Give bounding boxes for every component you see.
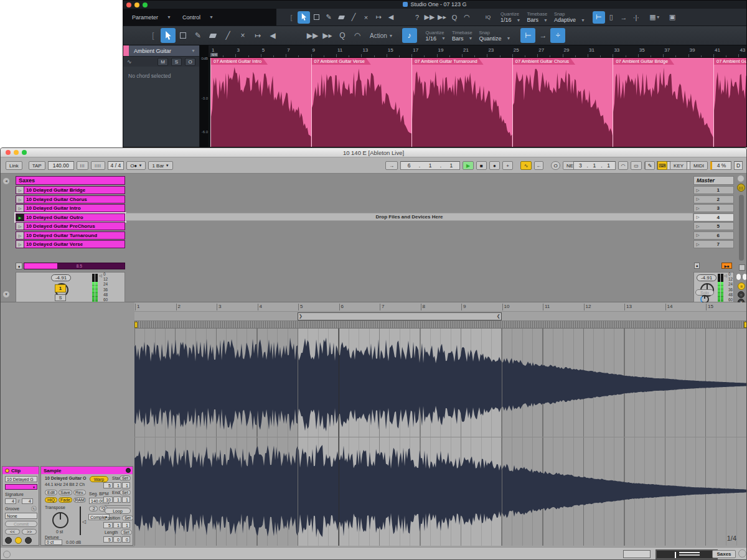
scene-launch-icon[interactable]: ▷: [694, 197, 702, 202]
track-activator-button[interactable]: 1: [55, 284, 66, 292]
zoom-icon[interactable]: Q: [335, 28, 350, 43]
re-enable-automation-button[interactable]: ←: [534, 161, 543, 170]
timebase-group[interactable]: Timebase Bars▼: [452, 26, 472, 45]
hot-swap-sample-icon[interactable]: [126, 468, 131, 473]
help-icon[interactable]: ?: [411, 11, 423, 24]
zoom-icon[interactable]: Q: [448, 11, 461, 24]
clip-slot[interactable]: ▷10 Delayed Guitar Bridge: [16, 186, 125, 194]
clip-gain-slider[interactable]: [80, 506, 81, 535]
start-value[interactable]: 511: [103, 482, 130, 488]
range-tool[interactable]: [310, 11, 322, 24]
session-scrollbar[interactable]: [739, 195, 744, 261]
autoscroll-icon[interactable]: ▯: [605, 11, 618, 24]
punch-in-button[interactable]: ◠: [618, 161, 628, 170]
scene-slot[interactable]: ▷4: [693, 213, 734, 222]
track-title[interactable]: Saxes: [16, 176, 125, 185]
follow-cursor-icon[interactable]: ▶▸: [436, 11, 448, 24]
info-view-icon[interactable]: [3, 551, 11, 558]
play-from-icon[interactable]: ▶▶: [423, 11, 436, 24]
beat-ruler-label[interactable]: 9: [461, 304, 466, 310]
link-button[interactable]: Link: [6, 161, 22, 170]
scene-launch-icon[interactable]: ▷: [694, 206, 702, 211]
draw-mode-button[interactable]: ✎: [645, 161, 655, 170]
snap-group[interactable]: Snap Adaptive▼: [554, 9, 585, 26]
nudge-down-button[interactable]: |||: [77, 161, 89, 170]
mixer-section-toggle[interactable]: ≡: [738, 282, 745, 290]
tempo-field[interactable]: 140.00: [48, 161, 74, 170]
play-from-icon[interactable]: ▶▶: [305, 28, 320, 43]
metronome-button[interactable]: O● ▼: [126, 161, 146, 170]
beat-ruler-label[interactable]: 2: [176, 304, 181, 310]
loop-brace[interactable]: ❯❮: [298, 312, 502, 320]
save-button[interactable]: Save: [59, 490, 72, 495]
clip-launch-icon[interactable]: ▷: [16, 232, 24, 239]
macro-icon[interactable]: ◠: [350, 28, 365, 43]
mute-tool[interactable]: ×: [235, 28, 250, 43]
half-tempo-button[interactable]: :2: [89, 506, 98, 511]
zoom-back-button[interactable]: [623, 550, 651, 558]
arrow-tool[interactable]: [298, 11, 310, 24]
bend-tool[interactable]: ↦: [372, 11, 385, 24]
volume-value[interactable]: -4.91: [51, 274, 71, 281]
quantize-group[interactable]: Quantize 1/16▼: [500, 9, 520, 26]
snap-group[interactable]: Snap Quantize▼: [479, 26, 510, 45]
session-record-button[interactable]: O: [551, 161, 560, 170]
parameter-dropdown[interactable]: Parameter▼: [132, 14, 171, 21]
paint-tool[interactable]: ╱: [220, 28, 235, 43]
return-to-start-icon[interactable]: →: [535, 28, 550, 43]
arrangement-position-field[interactable]: 6. 1. 1: [400, 161, 460, 170]
back-to-arrangement-button[interactable]: ▶■: [721, 263, 732, 269]
arrangement-overview[interactable]: [655, 549, 718, 559]
beat-ruler-label[interactable]: 11: [543, 304, 550, 310]
help-toggle-icon[interactable]: [738, 549, 746, 558]
scene-slot[interactable]: ▷2: [693, 195, 734, 203]
drop-zone[interactable]: Drop Files and Devices Here: [126, 213, 693, 221]
mixer-view-toggle[interactable]: |||: [737, 184, 745, 192]
info-view-toggle-icon[interactable]: ▾: [2, 291, 10, 298]
clip-slot[interactable]: ▶10 Delayed Guitar Outro: [16, 213, 125, 222]
mute-tool[interactable]: ×: [360, 11, 372, 24]
warp-marker-strip[interactable]: [134, 320, 747, 329]
split-tool[interactable]: ✎: [190, 28, 205, 43]
scene-launch-icon[interactable]: ▷: [694, 188, 702, 193]
scene-launch-icon[interactable]: ▷: [694, 233, 702, 238]
clip-slot[interactable]: ▷10 Delayed Guitar Intro: [16, 204, 125, 212]
nudge-forward-button[interactable]: >>: [22, 529, 37, 534]
overdub-button[interactable]: +: [502, 161, 513, 170]
clip-slot[interactable]: ▷10 Delayed Guitar Turnaround: [16, 231, 125, 240]
clip-launch-icon[interactable]: ▷: [16, 196, 24, 203]
beat-time-ruler[interactable]: 123456789101112131415: [134, 302, 747, 312]
master-track-title[interactable]: Master: [693, 176, 734, 185]
waveform-editor[interactable]: 1/4: [134, 329, 747, 546]
control-dropdown[interactable]: Control▼: [182, 14, 214, 21]
clip-slot[interactable]: ▷10 Delayed Guitar Verse: [16, 240, 125, 248]
stop-all-clips-button[interactable]: ■: [694, 263, 700, 269]
clip-slot[interactable]: ▷10 Delayed Guitar Chorus: [16, 195, 125, 203]
hot-swap-groove-icon[interactable]: ↻: [31, 506, 37, 511]
beat-ruler-label[interactable]: 5: [298, 304, 303, 310]
arrow-tool[interactable]: [161, 28, 176, 43]
quantize-group[interactable]: Quantize 1/16▼: [426, 26, 446, 45]
automation-arm-button[interactable]: ∿: [520, 161, 532, 170]
timeline-ruler[interactable]: 1357911131517192123252729313335373941434…: [209, 45, 747, 58]
browser-toggle-icon[interactable]: ◂: [2, 177, 10, 185]
beat-ruler-label[interactable]: 14: [665, 304, 673, 310]
quantization-menu[interactable]: 1 Bar ▼: [148, 161, 172, 170]
loop-button[interactable]: Loop: [105, 508, 131, 514]
tape-icon[interactable]: ▣: [666, 11, 679, 24]
snap-toggle[interactable]: ⊢: [520, 28, 535, 43]
clip-stop-button[interactable]: ■: [16, 263, 22, 269]
scene-slot[interactable]: ▷5: [693, 222, 734, 230]
clip-launch-icon[interactable]: ▷: [16, 187, 24, 194]
snap-toggle[interactable]: ⊢: [593, 11, 605, 24]
record-button[interactable]: ●: [489, 161, 500, 170]
clip-name-field[interactable]: 10 Delayed G: [5, 476, 37, 482]
midi-keyboard-button[interactable]: ⌨: [657, 161, 667, 170]
clip-activator-icon[interactable]: [5, 469, 9, 473]
session-grid[interactable]: Drop Files and Devices Here: [126, 176, 693, 302]
chevron-down-icon[interactable]: ▼: [191, 49, 195, 53]
track-select-button[interactable]: Saxes: [712, 550, 736, 558]
signature-denominator-field[interactable]: 4: [22, 498, 33, 504]
clip-launch-icon[interactable]: ▷: [16, 205, 24, 212]
sample-box-toggle[interactable]: [15, 537, 22, 544]
